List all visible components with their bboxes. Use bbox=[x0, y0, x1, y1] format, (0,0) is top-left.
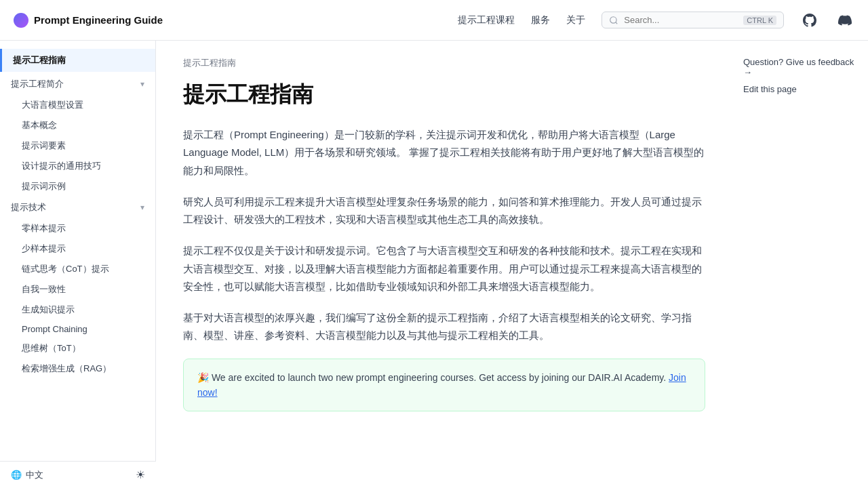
layout: 提示工程指南 提示工程简介 ▾ 大语言模型设置 基本概念 提示词要素 设计提示的… bbox=[0, 41, 868, 488]
logo[interactable]: Prompt Engineering Guide bbox=[14, 13, 163, 28]
sidebar-subitem-zero-shot[interactable]: 零样本提示 bbox=[0, 218, 155, 239]
sidebar-subitem-design-tips[interactable]: 设计提示的通用技巧 bbox=[0, 156, 155, 176]
notice-box: 🎉 We are excited to launch two new promp… bbox=[183, 359, 705, 412]
globe-icon: 🌐 bbox=[11, 470, 22, 480]
sidebar-subitem-prompt-chaining[interactable]: Prompt Chaining bbox=[0, 320, 155, 338]
sidebar-section-title[interactable]: 提示工程指南 bbox=[0, 49, 155, 72]
language-label: 中文 bbox=[26, 469, 43, 481]
logo-text: Prompt Engineering Guide bbox=[34, 14, 163, 26]
breadcrumb: 提示工程指南 bbox=[183, 57, 705, 69]
para-3: 提示工程不仅仅是关于设计和研发提示词。它包含了与大语言模型交互和研发的各种技能和… bbox=[183, 242, 705, 296]
sidebar-item-intro[interactable]: 提示工程简介 ▾ bbox=[0, 73, 155, 95]
sidebar-subitem-prompt-elements[interactable]: 提示词要素 bbox=[0, 136, 155, 156]
search-kbd: CTRL K bbox=[743, 16, 776, 25]
sidebar-subitem-cot[interactable]: 链式思考（CoT）提示 bbox=[0, 259, 155, 279]
topnav: Prompt Engineering Guide 提示工程课程 服务 关于 CT… bbox=[0, 0, 868, 41]
sidebar-subitem-knowledge[interactable]: 生成知识提示 bbox=[0, 300, 155, 320]
chevron-down-icon-2: ▾ bbox=[140, 203, 144, 212]
notice-text: We are excited to launch two new prompt … bbox=[212, 372, 666, 383]
notice-emoji: 🎉 bbox=[197, 372, 209, 383]
svg-point-0 bbox=[610, 16, 616, 22]
right-sidebar: Question? Give us feedback → Edit this p… bbox=[732, 41, 868, 488]
discord-icon[interactable] bbox=[835, 11, 854, 30]
logo-icon bbox=[14, 13, 28, 28]
search-box[interactable]: CTRL K bbox=[601, 12, 784, 28]
theme-toggle[interactable]: ☀ bbox=[136, 468, 145, 481]
sidebar-subitem-basic-concepts[interactable]: 基本概念 bbox=[0, 115, 155, 136]
nav-links: 提示工程课程 服务 关于 bbox=[458, 14, 585, 26]
nav-courses[interactable]: 提示工程课程 bbox=[458, 14, 515, 26]
nav-about[interactable]: 关于 bbox=[566, 14, 585, 26]
search-icon bbox=[609, 16, 618, 25]
main-content: 提示工程指南 提示工程指南 提示工程（Prompt Engineering）是一… bbox=[156, 41, 732, 488]
chevron-down-icon: ▾ bbox=[140, 79, 144, 89]
sidebar-subitem-llm-settings[interactable]: 大语言模型设置 bbox=[0, 95, 155, 115]
para-2: 研究人员可利用提示工程来提升大语言模型处理复杂任务场景的能力，如问答和算术推理能… bbox=[183, 193, 705, 229]
nav-services[interactable]: 服务 bbox=[531, 14, 550, 26]
sidebar-item-techniques[interactable]: 提示技术 ▾ bbox=[0, 197, 155, 218]
para-1: 提示工程（Prompt Engineering）是一门较新的学科，关注提示词开发… bbox=[183, 126, 705, 180]
bottom-bar: 🌐 中文 ☀ bbox=[0, 461, 156, 488]
para-4: 基于对大语言模型的浓厚兴趣，我们编写了这份全新的提示工程指南，介绍了大语言模型相… bbox=[183, 309, 705, 345]
github-icon[interactable] bbox=[800, 11, 819, 30]
sidebar-subitem-self-consistency[interactable]: 自我一致性 bbox=[0, 279, 155, 300]
feedback-link[interactable]: Question? Give us feedback → bbox=[743, 57, 857, 77]
language-button[interactable]: 🌐 中文 bbox=[11, 469, 43, 481]
search-input[interactable] bbox=[624, 15, 738, 25]
edit-page-link[interactable]: Edit this page bbox=[743, 84, 857, 94]
sidebar-subitem-prompt-examples[interactable]: 提示词示例 bbox=[0, 176, 155, 197]
page-title: 提示工程指南 bbox=[183, 80, 705, 110]
sidebar-subitem-few-shot[interactable]: 少样本提示 bbox=[0, 239, 155, 259]
sidebar-subitem-tot[interactable]: 思维树（ToT） bbox=[0, 338, 155, 359]
sidebar-subitem-rag[interactable]: 检索增强生成（RAG） bbox=[0, 359, 155, 379]
sidebar: 提示工程指南 提示工程简介 ▾ 大语言模型设置 基本概念 提示词要素 设计提示的… bbox=[0, 41, 156, 488]
